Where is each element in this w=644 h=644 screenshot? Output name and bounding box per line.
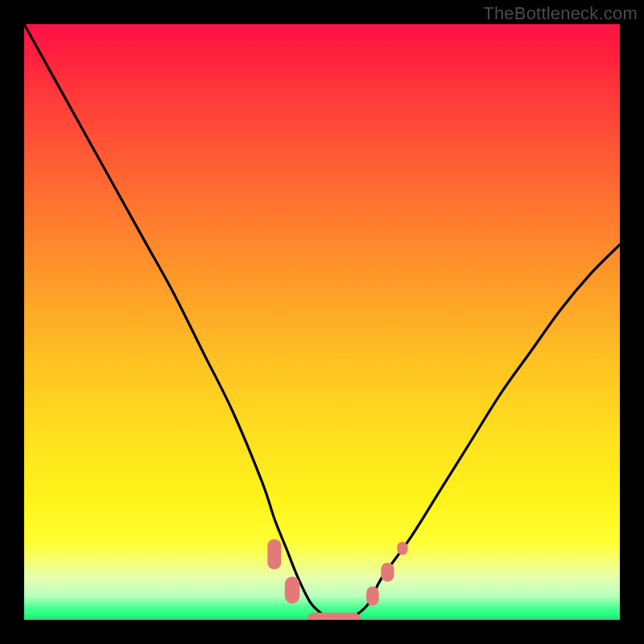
bottleneck-curve <box>24 24 620 620</box>
left-lower-marker <box>285 576 300 603</box>
chart-frame: TheBottleneck.com <box>0 0 644 644</box>
chart-svg <box>24 24 620 620</box>
watermark-text: TheBottleneck.com <box>483 3 638 24</box>
right-mid-marker <box>381 563 394 582</box>
bottom-point <box>308 613 361 620</box>
right-upper-marker <box>397 542 407 555</box>
chart-plot-area <box>24 24 620 620</box>
left-upper-marker <box>267 539 281 569</box>
right-lower-marker <box>366 587 379 606</box>
